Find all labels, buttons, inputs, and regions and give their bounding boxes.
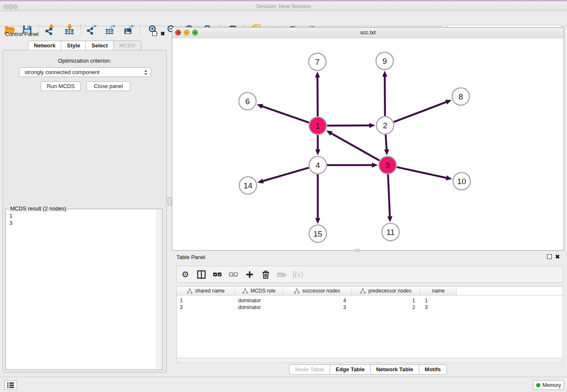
memory-button[interactable]: Memory bbox=[533, 380, 564, 390]
close-panel-button[interactable]: Close panel bbox=[86, 81, 130, 91]
graph-arrowhead-2-8 bbox=[445, 100, 451, 105]
column-type-icon bbox=[187, 288, 193, 294]
panel-splitter-grip[interactable] bbox=[168, 197, 172, 205]
cell-mcds-role[interactable]: dominator bbox=[235, 304, 283, 310]
deselect-all-icon[interactable] bbox=[229, 269, 238, 279]
table-tabs: Node Table Edge Table Network Table Moti… bbox=[172, 364, 564, 375]
graph-arrowhead-4-14 bbox=[257, 179, 264, 184]
cell-predecessor-nodes[interactable]: 2 bbox=[352, 304, 421, 310]
graph-node-label-11: 11 bbox=[386, 228, 395, 237]
close-panel-icon[interactable]: ✖ bbox=[160, 31, 165, 36]
show-columns-icon[interactable] bbox=[197, 269, 206, 279]
column-label: shared name bbox=[195, 288, 225, 294]
window-title: Session: New Session bbox=[0, 3, 567, 9]
criterion-select[interactable]: strongly connected component bbox=[19, 67, 151, 77]
graph-arrowhead-3-10 bbox=[446, 175, 452, 180]
tab-network-table[interactable]: Network Table bbox=[370, 364, 419, 375]
graph-edge-3-11[interactable] bbox=[388, 174, 390, 218]
tab-node-table[interactable]: Node Table bbox=[289, 364, 330, 375]
network-view-window: × − + scc.txt 7968124314101511 bbox=[172, 27, 564, 251]
column-label: predecessor nodes bbox=[368, 288, 411, 294]
graph-arrowhead-4-15 bbox=[315, 218, 320, 224]
float-panel-icon[interactable] bbox=[152, 31, 157, 36]
cell-mcds-role[interactable]: dominator bbox=[235, 298, 283, 304]
tab-motifs[interactable]: Motifs bbox=[419, 364, 447, 375]
memory-label: Memory bbox=[542, 382, 561, 388]
graph-arrowhead-1-2 bbox=[369, 123, 375, 128]
cell-predecessor-nodes[interactable]: 1 bbox=[352, 298, 421, 304]
graph-node-label-10: 10 bbox=[457, 177, 466, 186]
select-all-icon[interactable] bbox=[213, 269, 222, 279]
column-label: name bbox=[432, 288, 445, 294]
graph-arrowhead-1-6 bbox=[257, 104, 263, 109]
tab-network[interactable]: Network bbox=[28, 41, 61, 51]
cell-successor-nodes[interactable]: 4 bbox=[283, 298, 352, 304]
graph-edge-4-14[interactable] bbox=[261, 168, 309, 182]
tab-mcds[interactable]: MCDS bbox=[113, 41, 141, 51]
list-icon bbox=[7, 382, 14, 389]
float-panel-icon[interactable] bbox=[547, 254, 552, 259]
graph-arrowhead-4-3 bbox=[372, 163, 378, 168]
graph-node-label-3: 3 bbox=[385, 161, 390, 170]
settings-icon[interactable]: ⚙ bbox=[181, 269, 190, 279]
graph-edge-2-3[interactable] bbox=[385, 135, 386, 151]
graph-edge-3-10[interactable] bbox=[396, 167, 448, 178]
cell-shared-name[interactable]: 1 bbox=[177, 298, 235, 304]
column-type-icon bbox=[360, 288, 366, 294]
delete-row-icon[interactable] bbox=[261, 269, 270, 279]
graph-node-label-9: 9 bbox=[383, 57, 387, 66]
table-toolbar: ⚙ f(x) bbox=[176, 266, 563, 283]
graph-edge-3-1[interactable] bbox=[330, 133, 380, 160]
table-row-1[interactable]: 1dominator411 bbox=[177, 297, 563, 304]
graph-arrowhead-2-3 bbox=[384, 149, 389, 155]
network-window-titlebar[interactable]: × − + scc.txt bbox=[172, 28, 564, 38]
table-splitter-grip[interactable] bbox=[355, 249, 360, 252]
tab-style[interactable]: Style bbox=[61, 41, 86, 51]
graph-arrowhead-3-11 bbox=[387, 216, 392, 222]
table-horizontal-scrollbar[interactable] bbox=[176, 358, 563, 363]
control-panel: Control Panel ✖ Network Style Select MCD… bbox=[0, 29, 169, 373]
cell-name[interactable]: 1 bbox=[421, 298, 457, 304]
run-mcds-button[interactable]: Run MCDS bbox=[41, 81, 81, 91]
delete-column-icon[interactable] bbox=[277, 269, 286, 279]
graph-node-label-4: 4 bbox=[316, 161, 320, 170]
graph-edge-1-7[interactable] bbox=[317, 76, 318, 116]
graph-node-label-8: 8 bbox=[459, 92, 463, 101]
select-chevrons-icon bbox=[144, 69, 148, 78]
task-history-button[interactable] bbox=[4, 380, 17, 390]
network-window-title: scc.txt bbox=[172, 29, 564, 36]
column-header-mcds-role[interactable]: MCDS role bbox=[235, 287, 283, 295]
table-header-row: shared name MCDS role successor nodes pr… bbox=[177, 287, 563, 295]
graph-edge-2-9[interactable] bbox=[385, 75, 385, 116]
network-canvas[interactable]: 7968124314101511 bbox=[172, 38, 564, 250]
table-panel: Table Panel ✖ ⚙ f(x) shared name bbox=[172, 252, 564, 376]
graph-edge-1-2[interactable] bbox=[327, 125, 371, 126]
cell-shared-name[interactable]: 3 bbox=[177, 304, 235, 310]
mcds-result-scrollbar[interactable] bbox=[157, 210, 162, 369]
column-header-successor-nodes[interactable]: successor nodes bbox=[283, 287, 352, 295]
memory-status-icon bbox=[536, 383, 540, 387]
column-type-icon bbox=[294, 288, 300, 294]
graph-node-label-15: 15 bbox=[313, 229, 322, 238]
table-row-2[interactable]: 3dominator323 bbox=[177, 304, 563, 311]
column-header-predecessor-nodes[interactable]: predecessor nodes bbox=[352, 287, 421, 295]
mcds-result-text[interactable]: 1 3 bbox=[6, 210, 156, 369]
graph-node-label-1: 1 bbox=[316, 121, 320, 130]
add-row-icon[interactable] bbox=[245, 269, 254, 279]
column-header-name[interactable]: name bbox=[421, 287, 457, 295]
network-graph[interactable]: 7968124314101511 bbox=[172, 38, 564, 250]
tab-select[interactable]: Select bbox=[85, 41, 113, 51]
close-panel-icon[interactable]: ✖ bbox=[555, 254, 560, 259]
graph-arrowhead-2-9 bbox=[382, 71, 387, 77]
tab-edge-table[interactable]: Edge Table bbox=[330, 364, 370, 375]
graph-edge-2-8[interactable] bbox=[394, 102, 448, 122]
graph-node-label-14: 14 bbox=[243, 181, 253, 190]
cell-name[interactable]: 3 bbox=[421, 304, 457, 310]
table-body: 1dominator4113dominator323 bbox=[177, 295, 563, 311]
mcds-panel: Optimization criterion: strongly connect… bbox=[3, 50, 167, 373]
function-builder-icon[interactable]: f(x) bbox=[293, 269, 303, 279]
graph-edge-1-6[interactable] bbox=[261, 106, 309, 123]
cell-successor-nodes[interactable]: 3 bbox=[283, 304, 352, 310]
column-header-shared-name[interactable]: shared name bbox=[177, 287, 235, 295]
graph-node-label-6: 6 bbox=[245, 97, 250, 106]
